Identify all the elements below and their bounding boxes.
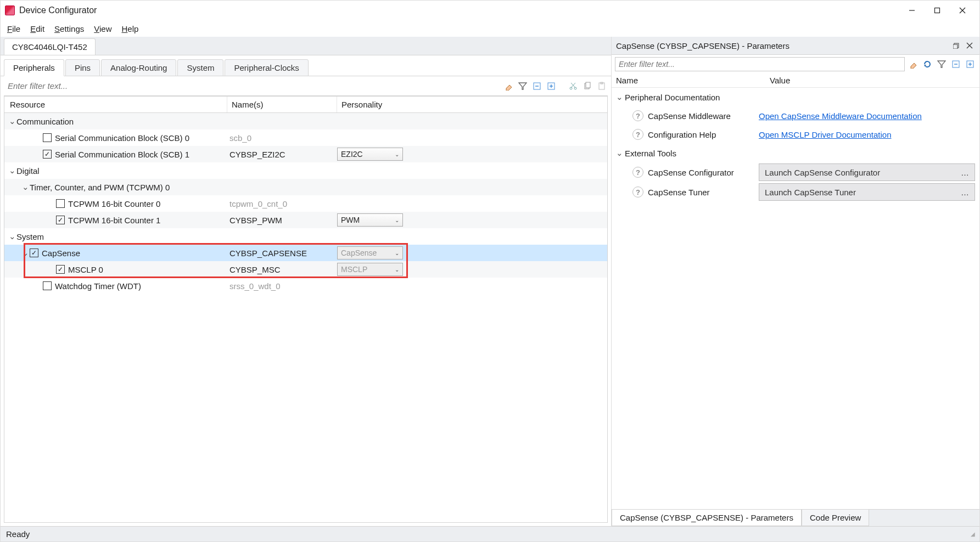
chevron-down-icon[interactable]: ⌄ xyxy=(616,92,625,102)
eraser-icon[interactable] xyxy=(907,58,919,70)
param-group-external-tools[interactable]: ⌄ External Tools xyxy=(612,144,979,162)
param-col-name[interactable]: Name xyxy=(616,76,770,85)
name-cnt1[interactable]: CYBSP_PWM xyxy=(227,216,337,225)
checkbox-capsense[interactable] xyxy=(30,249,38,257)
resource-tree: Resource Name(s) Personality ⌄Communicat… xyxy=(4,95,608,523)
checkbox-scb0[interactable] xyxy=(43,133,52,142)
name-msclp[interactable]: CYBSP_MSC xyxy=(227,265,337,274)
help-icon[interactable]: ? xyxy=(632,187,643,197)
tree-item-capsense[interactable]: ⌄CapSense CYBSP_CAPSENSE CapSense⌄ xyxy=(4,245,607,261)
param-group-documentation[interactable]: ⌄ Peripheral Documentation xyxy=(612,88,979,106)
name-scb1[interactable]: CYBSP_EZI2C xyxy=(227,150,337,159)
close-panel-icon[interactable] xyxy=(964,40,975,51)
link-capsense-middleware-doc[interactable]: Open CapSense Middleware Documentation xyxy=(759,111,922,121)
svg-rect-20 xyxy=(953,44,957,49)
chevron-down-icon[interactable]: ⌄ xyxy=(8,166,16,176)
name-cnt0[interactable]: tcpwm_0_cnt_0 xyxy=(227,199,337,208)
col-personality[interactable]: Personality xyxy=(337,97,607,112)
tree-column-header: Resource Name(s) Personality xyxy=(4,96,607,113)
tree-item-tcpwm-cnt1[interactable]: ·TCPWM 16-bit Counter 1 CYBSP_PWM PWM⌄ xyxy=(4,212,607,228)
tab-system[interactable]: System xyxy=(177,59,223,76)
chevron-down-icon[interactable]: ⌄ xyxy=(616,148,625,158)
expand-all-icon[interactable] xyxy=(545,80,557,92)
filter-row xyxy=(1,76,611,95)
cut-icon[interactable] xyxy=(567,80,579,92)
minimize-button[interactable] xyxy=(899,2,925,19)
col-names[interactable]: Name(s) xyxy=(227,97,337,112)
device-tab[interactable]: CY8C4046LQI-T452 xyxy=(4,38,96,55)
param-col-value[interactable]: Value xyxy=(770,76,975,85)
param-capsense-middleware: ?CapSense Middleware Open CapSense Middl… xyxy=(612,106,979,125)
titlebar: Device Configurator xyxy=(1,1,979,20)
svg-marker-4 xyxy=(506,85,512,91)
paste-icon[interactable] xyxy=(596,80,608,92)
chevron-down-icon[interactable]: ⌄ xyxy=(21,248,30,258)
personality-select-cnt1[interactable]: PWM⌄ xyxy=(337,213,403,227)
maximize-button[interactable] xyxy=(925,2,950,19)
filter-icon[interactable] xyxy=(936,58,948,70)
tree-item-wdt[interactable]: ·Watchdog Timer (WDT) srss_0_wdt_0 xyxy=(4,278,607,294)
menu-edit[interactable]: Edit xyxy=(30,24,44,33)
tab-peripheral-clocks[interactable]: Peripheral-Clocks xyxy=(225,59,308,76)
tab-analog-routing[interactable]: Analog-Routing xyxy=(101,59,176,76)
personality-select-scb1[interactable]: EZI2C⌄ xyxy=(337,148,403,161)
filter-icon[interactable] xyxy=(517,80,529,92)
tree-group-tcpwm[interactable]: ⌄Timer, Counter, and PWM (TCPWM) 0 xyxy=(4,179,607,195)
chevron-down-icon[interactable]: ⌄ xyxy=(8,232,16,241)
refresh-icon[interactable] xyxy=(921,58,933,70)
tree-item-scb1[interactable]: ·Serial Communication Block (SCB) 1 CYBS… xyxy=(4,146,607,162)
name-capsense[interactable]: CYBSP_CAPSENSE xyxy=(227,249,337,258)
launch-capsense-tuner-button[interactable]: Launch CapSense Tuner… xyxy=(759,183,975,201)
bottom-tab-code-preview[interactable]: Code Preview xyxy=(802,510,869,526)
tab-peripherals[interactable]: Peripherals xyxy=(4,59,64,76)
link-msclp-driver-doc[interactable]: Open MSCLP Driver Documentation xyxy=(759,130,892,139)
tree-group-system[interactable]: ⌄System xyxy=(4,228,607,245)
checkbox-wdt[interactable] xyxy=(43,281,52,290)
app-title: Device Configurator xyxy=(19,5,97,15)
name-scb0[interactable]: scb_0 xyxy=(227,133,337,143)
personality-select-msclp[interactable]: MSCLP⌄ xyxy=(337,263,403,276)
chevron-down-icon[interactable]: ⌄ xyxy=(8,116,16,126)
svg-rect-18 xyxy=(601,82,603,84)
tree-group-communication[interactable]: ⌄Communication xyxy=(4,113,607,129)
help-icon[interactable]: ? xyxy=(632,110,643,121)
filter-input[interactable] xyxy=(4,78,500,93)
menu-help[interactable]: Help xyxy=(122,24,139,33)
parameters-filter-input[interactable] xyxy=(615,57,905,71)
eraser-icon[interactable] xyxy=(502,80,514,92)
status-text: Ready xyxy=(6,529,30,539)
parameters-panel: CapSense (CYBSP_CAPSENSE) - Parameters N… xyxy=(612,37,979,526)
help-icon[interactable]: ? xyxy=(632,167,643,178)
tree-group-digital[interactable]: ⌄Digital xyxy=(4,162,607,179)
expand-all-icon[interactable] xyxy=(964,58,976,70)
resize-grip-icon[interactable]: ◢ xyxy=(971,531,974,537)
personality-select-capsense[interactable]: CapSense⌄ xyxy=(337,246,403,259)
tree-item-scb0[interactable]: ·Serial Communication Block (SCB) 0 scb_… xyxy=(4,129,607,146)
restore-panel-icon[interactable] xyxy=(951,40,962,51)
menu-file[interactable]: File xyxy=(7,24,20,33)
tree-item-tcpwm-cnt0[interactable]: ·TCPWM 16-bit Counter 0 tcpwm_0_cnt_0 xyxy=(4,195,607,212)
param-capsense-configurator: ?CapSense Configurator Launch CapSense C… xyxy=(612,162,979,182)
right-bottom-tabs: CapSense (CYBSP_CAPSENSE) - Parameters C… xyxy=(612,509,979,526)
menu-settings[interactable]: Settings xyxy=(54,24,84,33)
app-icon xyxy=(5,5,15,15)
copy-icon[interactable] xyxy=(581,80,593,92)
checkbox-cnt1[interactable] xyxy=(56,216,65,224)
main-panel: CY8C4046LQI-T452 Peripherals Pins Analog… xyxy=(1,37,612,526)
help-icon[interactable]: ? xyxy=(632,129,643,140)
svg-marker-23 xyxy=(911,63,916,69)
tree-item-msclp[interactable]: ·MSCLP 0 CYBSP_MSC MSCLP⌄ xyxy=(4,261,607,278)
bottom-tab-parameters[interactable]: CapSense (CYBSP_CAPSENSE) - Parameters xyxy=(612,510,802,526)
checkbox-scb1[interactable] xyxy=(43,150,52,159)
col-resource[interactable]: Resource xyxy=(8,97,227,112)
checkbox-cnt0[interactable] xyxy=(56,199,65,208)
name-wdt[interactable]: srss_0_wdt_0 xyxy=(227,281,337,291)
chevron-down-icon[interactable]: ⌄ xyxy=(21,182,30,192)
checkbox-msclp[interactable] xyxy=(56,265,65,274)
tab-pins[interactable]: Pins xyxy=(65,59,100,76)
collapse-all-icon[interactable] xyxy=(950,58,962,70)
collapse-all-icon[interactable] xyxy=(531,80,543,92)
launch-capsense-configurator-button[interactable]: Launch CapSense Configurator… xyxy=(759,163,975,181)
menu-view[interactable]: View xyxy=(94,24,111,33)
close-button[interactable] xyxy=(950,2,975,19)
